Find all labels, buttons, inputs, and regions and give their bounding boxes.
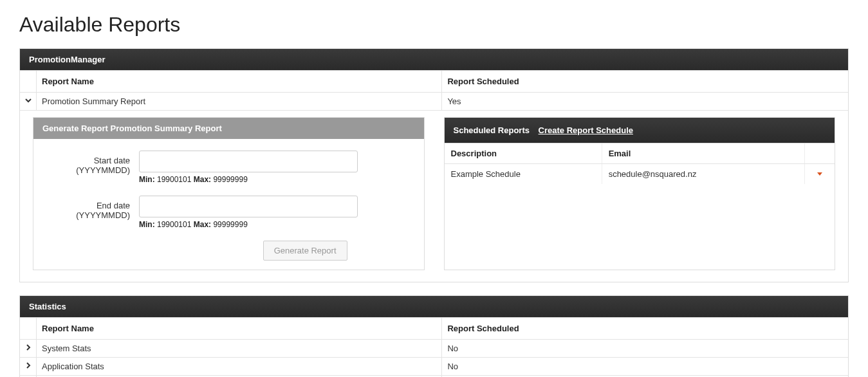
start-date-input[interactable] [139, 151, 358, 172]
expand-toggle[interactable] [20, 358, 37, 375]
statistics-section-header: Statistics [20, 296, 848, 317]
report-scheduled-cell: Yes [442, 93, 848, 110]
schedule-actions-menu[interactable] [805, 164, 835, 184]
report-name-cell: Application Stats [37, 358, 442, 375]
expand-toggle[interactable] [20, 340, 37, 357]
table-row[interactable]: Application Stats No [20, 357, 848, 375]
end-date-hint: Min: 19900101 Max: 99999999 [139, 220, 358, 229]
scheduled-reports-title: Scheduled Reports [454, 125, 530, 135]
column-email: Email [602, 143, 805, 163]
report-name-cell: Promotion Summary Report [37, 93, 442, 110]
create-report-schedule-link[interactable]: Create Report Schedule [539, 125, 633, 135]
column-description: Description [445, 143, 602, 163]
statistics-section: Statistics Report Name Report Scheduled … [19, 295, 849, 377]
column-report-name: Report Name [37, 318, 442, 339]
page-title: Available Reports [19, 13, 849, 37]
report-name-cell: System Stats [37, 340, 442, 357]
column-report-name: Report Name [37, 71, 442, 92]
schedule-description-cell: Example Schedule [445, 164, 602, 184]
promotion-table-header: Report Name Report Scheduled [20, 70, 848, 92]
table-row[interactable]: Promotion Summary Report Yes [20, 92, 848, 110]
column-report-scheduled: Report Scheduled [442, 318, 848, 339]
table-row[interactable]: System Stats No [20, 339, 848, 357]
generate-report-header: Generate Report Promotion Summary Report [33, 118, 424, 139]
report-scheduled-cell: No [442, 340, 848, 357]
statistics-table-header: Report Name Report Scheduled [20, 317, 848, 339]
caret-down-icon [817, 172, 822, 176]
chevron-right-icon [24, 362, 32, 371]
end-date-input[interactable] [139, 196, 358, 217]
start-date-label: Start date (YYYYMMDD) [42, 151, 139, 175]
promotion-section-header: PromotionManager [20, 49, 848, 70]
end-date-label: End date (YYYYMMDD) [42, 196, 139, 220]
chevron-right-icon [24, 344, 32, 353]
chevron-down-icon [24, 97, 32, 106]
report-scheduled-cell: No [442, 358, 848, 375]
promotion-section: PromotionManager Report Name Report Sche… [19, 48, 849, 282]
expand-toggle[interactable] [20, 93, 37, 110]
schedule-email-cell: schedule@nsquared.nz [602, 164, 805, 184]
generate-report-box: Generate Report Promotion Summary Report… [33, 117, 425, 270]
start-date-hint: Min: 19900101 Max: 99999999 [139, 175, 358, 184]
scheduled-reports-box: Scheduled Reports Create Report Schedule… [444, 117, 836, 270]
expanded-panel: Generate Report Promotion Summary Report… [20, 110, 848, 282]
column-report-scheduled: Report Scheduled [442, 71, 848, 92]
schedule-row: Example Schedule schedule@nsquared.nz [445, 163, 835, 184]
generate-report-button[interactable]: Generate Report [263, 241, 347, 261]
